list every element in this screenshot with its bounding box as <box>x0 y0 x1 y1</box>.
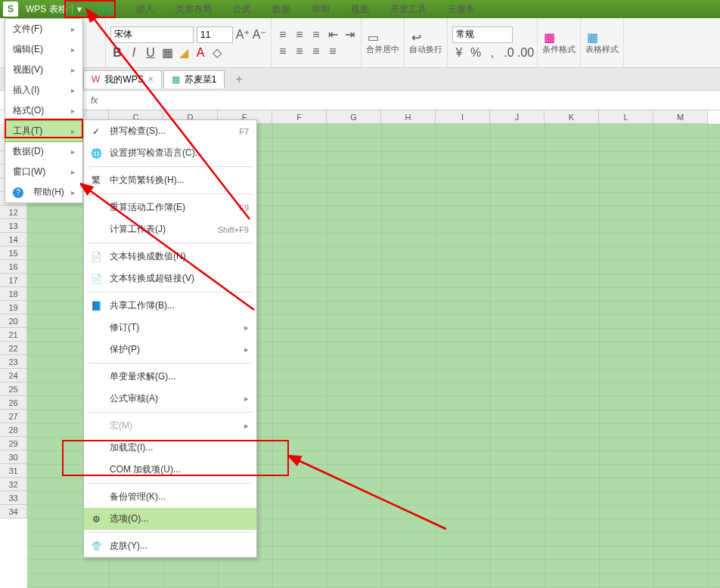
row-header[interactable]: 34 <box>0 505 27 518</box>
row-header[interactable]: 21 <box>0 328 27 342</box>
submenu-item[interactable]: 公式审核(A)▸ <box>84 388 256 410</box>
main-menu-item[interactable]: 数据(D)▸ <box>5 141 82 162</box>
col-header[interactable]: J <box>490 110 545 124</box>
indent-inc-icon[interactable]: ⇥ <box>343 28 356 42</box>
row-header[interactable]: 13 <box>0 219 27 233</box>
submenu-item[interactable]: 计算工作表(J)Shift+F9 <box>84 218 256 240</box>
col-header[interactable]: K <box>545 110 599 124</box>
row-header[interactable]: 16 <box>0 260 27 274</box>
currency-icon[interactable]: ¥ <box>452 46 466 60</box>
main-menu-item[interactable]: 视图(V)▸ <box>5 60 82 80</box>
main-menu-item[interactable]: 窗口(W)▸ <box>5 162 82 182</box>
dec-inc-icon[interactable]: .0 <box>502 46 516 60</box>
increase-font-icon[interactable]: A⁺ <box>236 28 250 42</box>
menu-layout[interactable]: 页面布局 <box>165 0 222 18</box>
add-tab-button[interactable]: + <box>226 73 251 86</box>
submenu-item[interactable]: 加载宏(I)... <box>84 437 256 459</box>
align-left-icon[interactable]: ≡ <box>276 45 290 58</box>
dec-dec-icon[interactable]: .00 <box>519 46 532 60</box>
submenu-item[interactable]: ✓拼写检查(S)...F7 <box>84 120 256 142</box>
fill-color-icon[interactable]: ◢ <box>177 46 191 60</box>
submenu-item[interactable]: ⚙选项(O)... <box>84 508 256 530</box>
main-menu-item[interactable]: ?帮助(H)▸ <box>5 182 82 203</box>
justify-icon[interactable]: ≡ <box>326 45 340 58</box>
row-header[interactable]: 27 <box>0 410 27 423</box>
row-header[interactable]: 26 <box>0 396 27 410</box>
col-header[interactable]: I <box>436 110 490 124</box>
underline-icon[interactable]: U <box>144 46 157 60</box>
submenu-item[interactable]: 📄文本转换成数值(N) <box>84 246 256 268</box>
doc-tab-file[interactable]: ▦ 苏麦菜1 <box>163 70 225 88</box>
align-center-icon[interactable]: ≡ <box>293 45 306 58</box>
col-header[interactable]: L <box>599 110 653 124</box>
submenu-item[interactable]: 单变量求解(G)... <box>84 366 256 388</box>
merge-icon[interactable]: ▭ <box>366 30 380 44</box>
cond-format-label[interactable]: 条件格式 <box>542 44 576 55</box>
submenu-item[interactable]: 保护(P)▸ <box>84 339 256 361</box>
submenu-item[interactable]: 备份管理(K)... <box>84 486 256 508</box>
clear-format-icon[interactable]: ◇ <box>210 46 224 60</box>
font-color-icon[interactable]: A <box>194 46 207 60</box>
table-style-icon[interactable]: ▦ <box>585 30 599 44</box>
align-mid-icon[interactable]: ≡ <box>293 28 306 42</box>
row-header[interactable]: 22 <box>0 342 27 355</box>
app-dropdown-icon[interactable]: ▾ <box>72 4 86 14</box>
col-header[interactable]: H <box>381 110 436 124</box>
menu-view[interactable]: 视图 <box>340 0 380 18</box>
font-size-select[interactable]: 11 <box>197 26 233 43</box>
number-format-select[interactable]: 常规 <box>452 26 513 43</box>
row-header[interactable]: 30 <box>0 450 27 464</box>
table-style-label[interactable]: 表格样式 <box>585 44 619 55</box>
main-menu-item[interactable]: 编辑(E)▸ <box>5 39 82 60</box>
col-header[interactable]: F <box>272 110 327 124</box>
submenu-item[interactable]: 繁中文简繁转换(H)... <box>84 169 256 191</box>
wrap-label[interactable]: 自动换行 <box>409 44 442 55</box>
border-icon[interactable]: ▦ <box>160 46 174 60</box>
submenu-item[interactable]: 👕皮肤(Y)... <box>84 535 256 557</box>
row-header[interactable]: 31 <box>0 464 27 478</box>
menu-review[interactable]: 审阅 <box>301 0 340 18</box>
merge-label[interactable]: 合并居中 <box>366 44 399 55</box>
col-header[interactable]: G <box>327 110 381 124</box>
submenu-item[interactable]: 📘共享工作簿(B)... <box>84 295 256 317</box>
submenu-item[interactable]: COM 加载项(U)... <box>84 459 256 481</box>
wrap-icon[interactable]: ↩ <box>409 30 423 44</box>
comma-icon[interactable]: , <box>486 46 499 60</box>
close-icon[interactable]: × <box>148 74 154 85</box>
main-menu-item[interactable]: 格式(O)▸ <box>5 101 82 121</box>
submenu-item[interactable]: 🌐设置拼写检查语言(C)... <box>84 142 256 164</box>
row-header[interactable]: 24 <box>0 369 27 382</box>
menu-data[interactable]: 数据 <box>262 0 301 18</box>
main-menu-item[interactable]: 工具(T)▸ <box>5 120 83 142</box>
row-header[interactable]: 33 <box>0 491 27 505</box>
menu-cloud[interactable]: 云服务 <box>437 0 486 18</box>
row-header[interactable]: 18 <box>0 287 27 301</box>
align-bot-icon[interactable]: ≡ <box>309 28 323 42</box>
col-header[interactable]: M <box>653 110 708 124</box>
align-top-icon[interactable]: ≡ <box>276 28 290 42</box>
menu-dev[interactable]: 开发工具 <box>380 0 437 18</box>
doc-tab-mywps[interactable]: W 我的WPS × <box>83 70 162 88</box>
submenu-item[interactable]: 修订(T)▸ <box>84 317 256 339</box>
fx-icon[interactable]: fx <box>83 95 105 106</box>
row-header[interactable]: 15 <box>0 246 27 260</box>
main-menu-item[interactable]: 文件(F)▸ <box>5 19 82 39</box>
cond-format-icon[interactable]: ▦ <box>542 30 556 44</box>
bold-icon[interactable]: B <box>110 46 124 60</box>
italic-icon[interactable]: I <box>127 46 141 60</box>
menu-insert[interactable]: 插入 <box>126 0 165 18</box>
menu-formula[interactable]: 公式 <box>222 0 262 18</box>
row-header[interactable]: 23 <box>0 355 27 369</box>
font-name-select[interactable]: 宋体 <box>110 26 194 43</box>
row-header[interactable]: 25 <box>0 382 27 396</box>
submenu-item[interactable]: 📄文本转换成超链接(V) <box>84 268 256 289</box>
row-header[interactable]: 17 <box>0 274 27 287</box>
row-header[interactable]: 12 <box>0 206 27 219</box>
menu-home[interactable]: 开始 <box>86 0 126 18</box>
row-header[interactable]: 14 <box>0 233 27 246</box>
main-menu-item[interactable]: 插入(I)▸ <box>5 80 82 101</box>
percent-icon[interactable]: % <box>469 46 483 60</box>
decrease-font-icon[interactable]: A⁻ <box>253 28 266 42</box>
row-header[interactable]: 28 <box>0 423 27 437</box>
row-header[interactable]: 19 <box>0 301 27 314</box>
